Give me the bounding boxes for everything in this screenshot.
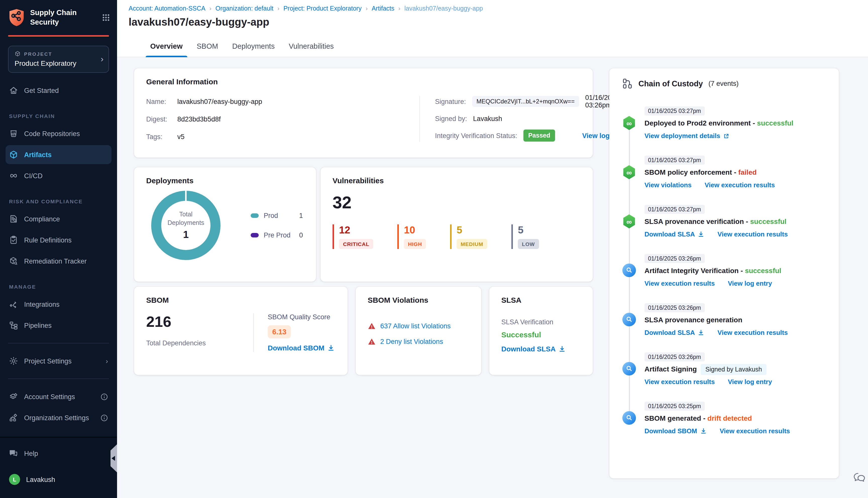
sidebar-item-artifacts[interactable]: Artifacts <box>5 145 112 164</box>
breadcrumb-separator: › <box>209 5 211 12</box>
info-icon[interactable] <box>101 393 108 401</box>
custody-event-sbom-policy: ∞ 01/16/2025 03:27pm SBOM policy enforce… <box>622 155 826 191</box>
tags-label: Tags: <box>146 133 171 140</box>
critical-stat: 12 CRITICAL <box>333 224 373 249</box>
signed-by-label: Signed by: <box>435 115 467 122</box>
download-slsa-link[interactable]: Download SLSA <box>645 329 704 336</box>
warning-icon <box>368 322 376 330</box>
nav-label: Project Settings <box>24 357 72 365</box>
breadcrumb-separator: › <box>277 5 279 12</box>
vulnerabilities-total: 32 <box>333 193 581 212</box>
general-information-card: General Information Name: lavakush07/eas… <box>134 68 593 158</box>
sidebar-item-get-started[interactable]: Get Started <box>0 81 117 100</box>
breadcrumb-account[interactable]: Account: Automation-SSCA <box>129 5 205 12</box>
allow-list-violations-link[interactable]: 637 Allow list Violations <box>380 322 451 330</box>
view-deployment-details-link[interactable]: View deployment details <box>645 132 729 140</box>
event-timestamp: 01/16/2025 03:25pm <box>645 402 704 411</box>
custody-event-integrity-verification: 01/16/2025 03:26pm Artifact Integrity Ve… <box>622 253 826 290</box>
deployment-hexagon-icon: ∞ <box>622 165 636 179</box>
quality-score-badge: 6.13 <box>268 325 291 338</box>
nav-label: Get Started <box>24 87 59 94</box>
sidebar-item-account-settings[interactable]: Account Settings <box>0 387 117 406</box>
low-count: 5 <box>518 224 539 236</box>
link-label: View deployment details <box>645 132 720 140</box>
deployments-donut-chart: Total Deployments 1 <box>151 191 221 260</box>
tab-overview[interactable]: Overview <box>146 42 187 57</box>
severity-stats: 12 CRITICAL 10 HIGH 5 MEDIUM <box>333 224 581 249</box>
sidebar-item-pipelines[interactable]: Pipelines <box>0 316 117 335</box>
nav-label: CI/CD <box>24 172 43 180</box>
app-switcher-grid-icon[interactable] <box>102 14 110 22</box>
nav-label: Pipelines <box>24 322 52 329</box>
app-title: Supply Chain Security <box>30 8 86 27</box>
sidebar-item-code-repositories[interactable]: Code Repositories <box>0 124 117 143</box>
prod-swatch <box>251 213 259 218</box>
download-icon <box>698 329 704 336</box>
scan-orb-icon <box>622 362 636 376</box>
event-status: failed <box>738 168 756 176</box>
event-separator: - <box>732 168 738 176</box>
breadcrumb-organization[interactable]: Organization: default <box>216 5 273 12</box>
event-timestamp: 01/16/2025 03:26pm <box>645 254 704 263</box>
nav-label: Code Repositories <box>24 130 80 137</box>
view-execution-results-link[interactable]: View execution results <box>720 427 790 435</box>
deny-list-violations-link[interactable]: 2 Deny list Violations <box>380 338 443 345</box>
sbom-card: SBOM 216 Total Dependencies SBOM Quality… <box>134 287 348 375</box>
critical-count: 12 <box>339 224 373 236</box>
home-icon <box>9 86 18 95</box>
nav-section-risk-and-compliance: RISK AND COMPLIANCE <box>0 187 117 209</box>
high-count: 10 <box>404 224 426 236</box>
nav-label: Organization Settings <box>24 414 89 421</box>
event-separator: - <box>751 119 757 127</box>
tab-deployments[interactable]: Deployments <box>228 42 279 57</box>
org-gear-icon <box>9 413 18 422</box>
tab-sbom[interactable]: SBOM <box>192 42 222 57</box>
layers-gear-icon <box>9 392 18 401</box>
download-slsa-link[interactable]: Download SLSA <box>501 345 566 353</box>
download-sbom-link[interactable]: Download SBOM <box>268 344 335 352</box>
chain-of-custody-icon <box>622 78 633 89</box>
project-selector[interactable]: PROJECT Product Exploratory › <box>8 46 109 73</box>
sidebar-item-rule-definitions[interactable]: Rule Definitions <box>0 231 117 249</box>
view-execution-results-link[interactable]: View execution results <box>704 181 775 189</box>
nav-section-supply-chain: SUPPLY CHAIN <box>0 102 117 124</box>
view-log-entry-link[interactable]: View log entry <box>728 280 772 287</box>
event-separator: - <box>744 218 750 225</box>
app-window: Supply Chain Security PROJECT Product Ex… <box>0 0 868 498</box>
breadcrumb-project[interactable]: Project: Product Exploratory <box>283 5 361 12</box>
sidebar-item-help[interactable]: ? Help <box>0 444 117 463</box>
sidebar-item-integrations[interactable]: Integrations <box>0 295 117 314</box>
breadcrumb-current[interactable]: lavakush07/easy-buggy-app <box>404 5 483 12</box>
main-area: Account: Automation-SSCA › Organization:… <box>117 0 868 498</box>
compliance-document-icon <box>9 214 18 223</box>
sidebar-item-organization-settings[interactable]: Organization Settings <box>0 408 117 427</box>
download-sbom-link[interactable]: Download SBOM <box>645 427 707 435</box>
sidebar-item-compliance[interactable]: Compliance <box>0 209 117 228</box>
sidebar-item-remediation-tracker[interactable]: Remediation Tracker <box>0 251 117 271</box>
low-stat: 5 LOW <box>511 224 539 249</box>
infinity-icon <box>9 171 18 180</box>
custody-event-slsa-verification: ∞ 01/16/2025 03:27pm SLSA provenance ver… <box>622 204 826 240</box>
svg-text:?: ? <box>12 450 13 454</box>
sidebar-item-project-settings[interactable]: Project Settings › <box>0 351 117 370</box>
event-timestamp: 01/16/2025 03:26pm <box>645 303 704 312</box>
chat-bubbles-icon[interactable] <box>853 471 866 486</box>
deployment-hexagon-icon: ∞ <box>622 116 636 130</box>
chevron-right-icon: › <box>101 54 103 64</box>
view-execution-results-link[interactable]: View execution results <box>645 378 715 385</box>
view-log-entry-link[interactable]: View log entry <box>728 378 772 385</box>
total-dependencies-value: 216 <box>146 313 253 330</box>
view-violations-link[interactable]: View violations <box>645 181 691 189</box>
info-icon[interactable] <box>101 414 108 421</box>
view-execution-results-link[interactable]: View execution results <box>645 280 715 287</box>
sidebar-item-cicd[interactable]: CI/CD <box>0 166 117 185</box>
view-execution-results-link[interactable]: View execution results <box>717 329 788 336</box>
breadcrumb-artifacts[interactable]: Artifacts <box>372 5 394 12</box>
deployments-legend: Prod 1 Pre Prod 0 <box>251 212 303 239</box>
download-slsa-link[interactable]: Download SLSA <box>645 231 704 238</box>
user-menu[interactable]: L Lavakush <box>0 469 117 490</box>
card-title: Vulnerabilities <box>333 176 581 185</box>
tab-vulnerabilities[interactable]: Vulnerabilities <box>284 42 338 57</box>
custody-event-artifact-signing: 01/16/2025 03:26pm Artifact SigningSigne… <box>622 352 826 388</box>
view-execution-results-link[interactable]: View execution results <box>717 231 788 238</box>
